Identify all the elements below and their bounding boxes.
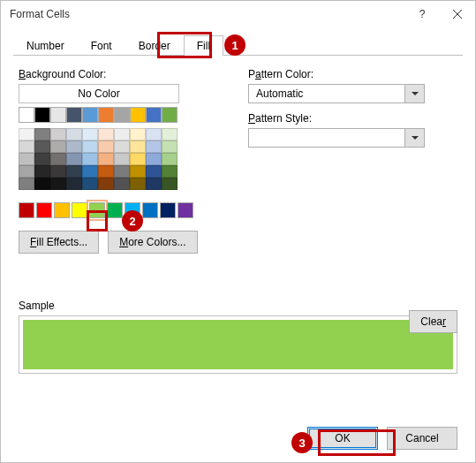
color-swatch[interactable] <box>19 165 34 178</box>
ok-button[interactable]: OK <box>307 427 378 450</box>
color-swatch[interactable] <box>114 178 130 190</box>
tab-font[interactable]: Font <box>78 35 125 56</box>
color-swatch[interactable] <box>19 202 34 218</box>
theme-shades-grid <box>19 128 213 190</box>
color-swatch[interactable] <box>54 202 70 218</box>
color-swatch[interactable] <box>98 165 114 178</box>
callout-2: 2 <box>122 210 143 231</box>
color-swatch[interactable] <box>160 202 176 218</box>
color-swatch[interactable] <box>178 202 193 218</box>
color-swatch[interactable] <box>19 178 34 190</box>
sample-box <box>19 315 457 374</box>
tab-fill[interactable]: Fill <box>184 35 223 56</box>
color-swatch[interactable] <box>114 128 130 140</box>
color-swatch[interactable] <box>98 107 114 123</box>
color-swatch[interactable] <box>130 165 146 178</box>
color-swatch[interactable] <box>50 178 66 190</box>
chevron-down-icon <box>404 85 424 102</box>
close-button[interactable] <box>440 1 475 27</box>
color-swatch[interactable] <box>130 153 146 165</box>
color-swatch[interactable] <box>98 153 114 165</box>
pattern-color-select[interactable]: Automatic <box>248 84 425 103</box>
color-swatch[interactable] <box>146 165 162 178</box>
cancel-button[interactable]: Cancel <box>387 427 457 450</box>
color-swatch[interactable] <box>142 202 158 218</box>
standard-color-row <box>19 202 213 218</box>
theme-color-row <box>19 107 213 123</box>
color-swatch[interactable] <box>34 140 50 153</box>
clear-button[interactable]: Clear <box>409 310 457 333</box>
pattern-style-select[interactable] <box>248 128 425 148</box>
color-swatch[interactable] <box>82 107 98 123</box>
color-swatch[interactable] <box>146 178 162 190</box>
window-title: Format Cells <box>10 8 404 20</box>
color-swatch[interactable] <box>162 153 178 165</box>
color-swatch[interactable] <box>34 165 50 178</box>
help-button[interactable]: ? <box>404 1 440 27</box>
pattern-style-label: Pattern Style: <box>248 112 425 125</box>
color-swatch[interactable] <box>19 107 34 123</box>
color-swatch[interactable] <box>130 178 146 190</box>
color-swatch[interactable] <box>107 202 123 218</box>
color-swatch[interactable] <box>66 140 82 153</box>
color-swatch[interactable] <box>66 128 82 140</box>
color-swatch[interactable] <box>82 128 98 140</box>
tab-number[interactable]: Number <box>13 35 78 56</box>
color-swatch[interactable] <box>66 178 82 190</box>
color-swatch[interactable] <box>82 178 98 190</box>
color-swatch[interactable] <box>146 153 162 165</box>
callout-1: 1 <box>224 34 246 56</box>
color-swatch[interactable] <box>146 128 162 140</box>
color-swatch[interactable] <box>162 178 178 190</box>
color-swatch[interactable] <box>98 140 114 153</box>
color-swatch[interactable] <box>34 178 50 190</box>
color-swatch[interactable] <box>50 165 66 178</box>
pattern-color-value: Automatic <box>249 87 404 100</box>
color-swatch[interactable] <box>82 140 98 153</box>
chevron-down-icon <box>404 129 424 147</box>
color-swatch[interactable] <box>34 153 50 165</box>
color-swatch[interactable] <box>162 128 178 140</box>
color-swatch[interactable] <box>50 153 66 165</box>
color-swatch[interactable] <box>98 178 114 190</box>
color-swatch[interactable] <box>34 107 50 123</box>
color-swatch[interactable] <box>114 107 130 123</box>
color-swatch[interactable] <box>130 128 146 140</box>
color-swatch[interactable] <box>66 107 82 123</box>
color-swatch[interactable] <box>98 128 114 140</box>
color-swatch[interactable] <box>19 153 34 165</box>
color-swatch[interactable] <box>162 165 178 178</box>
color-swatch[interactable] <box>50 107 66 123</box>
color-swatch[interactable] <box>114 165 130 178</box>
color-swatch[interactable] <box>19 128 34 140</box>
color-swatch[interactable] <box>36 202 52 218</box>
color-swatch[interactable] <box>34 128 50 140</box>
color-swatch[interactable] <box>89 202 105 218</box>
color-swatch[interactable] <box>66 165 82 178</box>
background-color-label: Background Color: <box>19 68 213 80</box>
color-swatch[interactable] <box>50 140 66 153</box>
color-swatch[interactable] <box>146 107 162 123</box>
no-color-button[interactable]: No Color <box>19 84 179 103</box>
callout-3: 3 <box>291 432 313 453</box>
color-swatch[interactable] <box>82 165 98 178</box>
color-swatch[interactable] <box>72 202 87 218</box>
color-swatch[interactable] <box>130 140 146 153</box>
close-icon <box>453 10 462 19</box>
color-swatch[interactable] <box>114 140 130 153</box>
color-swatch[interactable] <box>114 153 130 165</box>
fill-effects-button[interactable]: Fill Effects... <box>19 231 99 254</box>
pattern-color-label: Pattern Color: <box>248 68 425 80</box>
help-icon: ? <box>419 8 426 20</box>
color-swatch[interactable] <box>146 140 162 153</box>
color-swatch[interactable] <box>82 153 98 165</box>
color-swatch[interactable] <box>130 107 146 123</box>
color-swatch[interactable] <box>162 140 178 153</box>
more-colors-button[interactable]: More Colors... <box>108 231 197 254</box>
color-swatch[interactable] <box>19 140 34 153</box>
color-swatch[interactable] <box>66 153 82 165</box>
sample-label: Sample <box>19 300 457 312</box>
tab-border[interactable]: Border <box>125 35 184 56</box>
color-swatch[interactable] <box>50 128 66 140</box>
color-swatch[interactable] <box>162 107 178 123</box>
